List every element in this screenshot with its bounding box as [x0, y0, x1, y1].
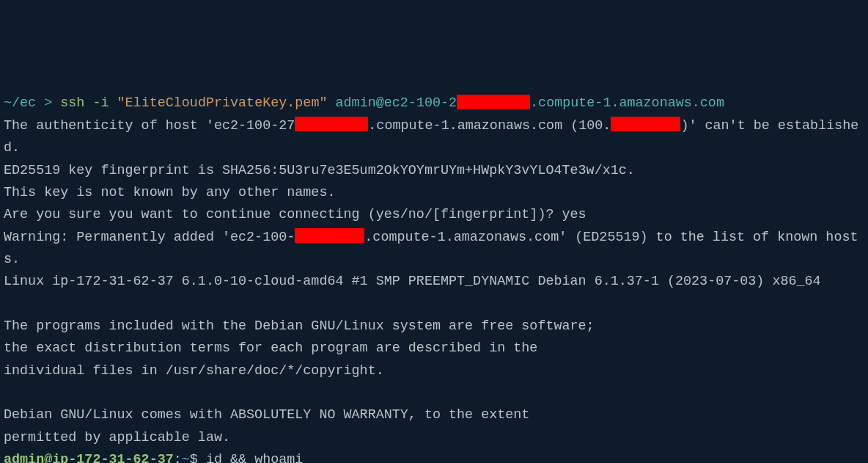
prompt2-cmd: id && whoami	[206, 452, 303, 463]
prompt2-path: ~	[182, 452, 190, 463]
redacted-ip-3	[611, 117, 680, 131]
cmd-ssh: ssh -i	[60, 95, 117, 111]
cmd-userhost-post: .compute-1.amazonaws.com	[530, 95, 724, 111]
prompt2-userhost: admin@ip-172-31-62-37	[4, 452, 174, 463]
warning-pre: Warning: Permanently added 'ec2-100-	[4, 230, 295, 245]
redacted-ip-4	[295, 228, 364, 243]
prompt2-colon: :	[174, 452, 182, 463]
auth-line-pre: The authenticity of host 'ec2-100-27	[4, 118, 295, 134]
terminal-output[interactable]: ~/ec > ssh -i "EliteCloudPrivateKey.pem"…	[4, 92, 864, 463]
cmd-userhost-pre: admin@ec2-100-2	[327, 95, 457, 111]
linux-line: Linux ip-172-31-62-37 6.1.0-10-cloud-amd…	[4, 274, 821, 289]
prompt-sep: >	[36, 95, 60, 111]
prompt2-dollar: $	[190, 452, 206, 463]
motd-line-1: The programs included with the Debian GN…	[4, 318, 595, 334]
fingerprint-line: ED25519 key fingerprint is SHA256:5U3ru7…	[4, 163, 635, 178]
confirm-line: Are you sure you want to continue connec…	[4, 207, 586, 222]
motd-line-2: the exact distribution terms for each pr…	[4, 340, 537, 356]
redacted-ip-2	[295, 117, 368, 131]
redacted-ip-1	[457, 95, 530, 109]
unknown-line: This key is not known by any other names…	[4, 185, 335, 200]
motd-line-4: Debian GNU/Linux comes with ABSOLUTELY N…	[4, 407, 529, 423]
prompt-path: ~/ec	[4, 95, 36, 111]
motd-line-3: individual files in /usr/share/doc/*/cop…	[4, 363, 384, 379]
cmd-keyfile: "EliteCloudPrivateKey.pem"	[117, 95, 328, 111]
auth-line-mid: .compute-1.amazonaws.com (100.	[368, 118, 611, 134]
motd-line-5: permitted by applicable law.	[4, 430, 230, 445]
